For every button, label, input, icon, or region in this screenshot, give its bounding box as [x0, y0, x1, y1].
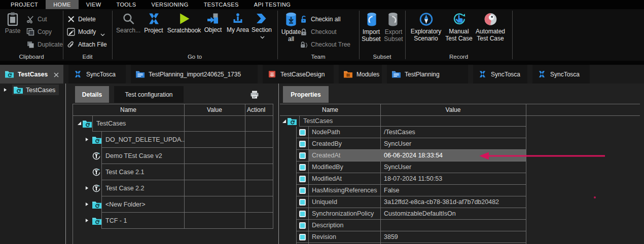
ribbon-button-checkout[interactable]: Checkout — [300, 27, 337, 37]
tab-synctosca[interactable]: SyncTosca — [532, 65, 590, 84]
table-row[interactable]: TCF - 1 — [66, 213, 279, 229]
cell-name: UniqueId — [308, 196, 381, 208]
ribbon-button-project[interactable]: Project — [141, 12, 166, 34]
tab-testcases[interactable]: TestCases — [0, 65, 63, 84]
table-row[interactable]: UniqueId3a12ffd2-e8ca-cb78-381d-af7b7db2… — [280, 196, 528, 208]
chevron-down-icon — [100, 30, 105, 33]
ribbon-button-checkin-all[interactable]: Checkin all — [300, 14, 341, 24]
expander-collapsed-icon[interactable] — [85, 186, 89, 190]
table-row[interactable]: HasMissingReferencesFalse — [280, 185, 528, 196]
table-row[interactable]: TestCases — [66, 115, 279, 132]
tab-label: TestCases — [18, 71, 48, 78]
cell-value — [380, 220, 526, 231]
menu-item-view[interactable]: VIEW — [79, 0, 109, 9]
tab-modules[interactable]: Modules — [339, 65, 382, 84]
testcase-icon — [92, 152, 100, 160]
ribbon-button-manual-test-case[interactable]: Manual Test Case — [445, 12, 473, 42]
testcases-folder-icon — [92, 201, 101, 209]
expander-expanded-icon[interactable] — [77, 121, 82, 126]
modules-folder-icon — [344, 70, 352, 78]
ribbon-button-duplicate[interactable]: Duplicate — [26, 39, 63, 50]
paperclip-icon — [67, 40, 75, 49]
expander-expanded-icon[interactable] — [282, 119, 287, 124]
table-row[interactable]: Test Case 2.1 — [66, 164, 279, 180]
ribbon-button-automated-test-case[interactable]: Automated Test Case — [474, 12, 507, 42]
table-row[interactable]: Description — [280, 220, 528, 231]
menu-item-tools[interactable]: TOOLS — [109, 0, 144, 9]
ribbon-button-object[interactable]: Object — [201, 12, 225, 34]
ribbon-button-paste[interactable]: Paste — [1, 12, 24, 35]
ribbon-button-scratchbook[interactable]: Scratchbook — [165, 12, 203, 34]
table-row[interactable]: NodePath/TestCases — [280, 127, 528, 138]
tab-testcasedesign[interactable]: TestCaseDesign — [263, 65, 334, 84]
ribbon-button-export-subset[interactable]: Export Subset — [382, 12, 405, 43]
testcases-folder-icon — [83, 120, 92, 128]
ribbon-button-modify[interactable]: Modify — [67, 27, 105, 37]
tab-synctosca[interactable]: SyncTosca — [473, 65, 527, 84]
menu-item-versioning[interactable]: VERSIONING — [144, 0, 196, 9]
expander-collapsed-icon[interactable] — [85, 202, 89, 207]
sidebar-item-testcases[interactable]: TestCases — [0, 85, 55, 95]
ribbon-button-search-[interactable]: Search... — [114, 12, 142, 34]
expander-collapsed-icon[interactable] — [4, 88, 7, 92]
property-icon-cell — [296, 161, 309, 173]
play-icon — [178, 12, 191, 25]
property-square-icon — [299, 164, 306, 171]
cell-action — [245, 164, 273, 180]
ribbon-button-cut[interactable]: Cut — [26, 14, 47, 24]
ribbon-group-clipboard: PasteCutCopyDuplicateClipboard — [0, 9, 63, 61]
tab-properties[interactable]: Properties — [283, 86, 329, 103]
tab-testplanning[interactable]: TestPlanning — [387, 65, 468, 84]
table-row[interactable]: Demo TEst Case v2 — [66, 148, 279, 164]
cell-value — [184, 213, 245, 229]
ribbon-group-record: Exploratory ScenarioManual Test CaseAuto… — [405, 9, 512, 61]
property-square-icon — [299, 176, 306, 182]
menu-item-project[interactable]: PROJECT — [3, 0, 46, 9]
ribbon-button-copy[interactable]: Copy — [26, 27, 52, 37]
close-icon[interactable] — [54, 72, 59, 77]
tab-details[interactable]: Details — [75, 86, 109, 103]
table-row[interactable]: ModifiedBySyncUser — [280, 161, 528, 173]
table-row[interactable]: TestCases — [280, 115, 528, 127]
property-icon-cell — [296, 138, 309, 150]
ribbon-button-exploratory-scenario[interactable]: Exploratory Scenario — [408, 12, 444, 42]
menu-item-api-testing[interactable]: API TESTING — [246, 0, 299, 9]
tab-testplanning-import240625-1735[interactable]: TestPlanning_import240625_1735 — [131, 65, 258, 84]
table-row[interactable]: Revision3859 — [280, 231, 528, 243]
print-button[interactable] — [250, 90, 259, 99]
tab-test-configuration[interactable]: Test configuration — [114, 86, 184, 103]
annotation-dot — [594, 196, 596, 198]
ribbon-button-section[interactable]: Section — [248, 12, 275, 37]
expander-collapsed-icon[interactable] — [85, 218, 89, 223]
ribbon-button-label: Search... — [116, 27, 140, 34]
ribbon-button-import-subset[interactable]: Import Subset — [360, 12, 382, 43]
table-row[interactable]: SynchronizationPolicyCustomizableDefault… — [280, 208, 528, 220]
expander-collapsed-icon[interactable] — [85, 137, 89, 142]
menu-item-home[interactable]: HOME — [46, 0, 79, 9]
ribbon-button-label: Checkout Tree — [311, 41, 350, 48]
cell-name: CreatedAt — [308, 150, 381, 161]
ribbon-button-my-area[interactable]: My Area — [225, 12, 251, 34]
ribbon-group-label: Edit — [63, 54, 112, 60]
table-row[interactable]: DO_NOT_DELETE_UPDA... — [66, 132, 279, 148]
table-row[interactable]: Test Case 2.2 — [66, 180, 279, 196]
ribbon-button-checkout-tree[interactable]: Checkout Tree — [300, 39, 350, 50]
ribbon-group-edit: DeleteModifyAttach FileEdit — [63, 9, 112, 61]
delete-x-icon — [67, 15, 75, 23]
cell-name: Description — [308, 220, 381, 231]
cell-name: HasMissingReferences — [308, 185, 381, 196]
column-header-value: Value — [380, 104, 526, 115]
ribbon-button-delete[interactable]: Delete — [67, 14, 96, 24]
tab-synctosca[interactable]: SyncTosca — [68, 65, 126, 84]
testcases-folder-icon — [288, 117, 297, 125]
ribbon-button-attach-file[interactable]: Attach File — [67, 39, 107, 50]
ribbon-group-go-to: Search...ProjectScratchbookObjectMy Area… — [112, 9, 277, 61]
table-row[interactable]: CreatedBySyncUser — [280, 138, 528, 150]
table-row[interactable]: <New Folder> — [66, 196, 279, 213]
cell-value: 3a12ffd2-e8ca-cb78-381d-af7b7db20482 — [380, 196, 526, 208]
testcases-folder-icon — [5, 70, 14, 78]
search-icon — [122, 12, 135, 25]
table-row[interactable]: ModifiedAt18-07-2024 11:50:53 — [280, 173, 528, 185]
cell-value — [184, 115, 245, 132]
menu-item-testcases[interactable]: TESTCASES — [196, 0, 246, 9]
